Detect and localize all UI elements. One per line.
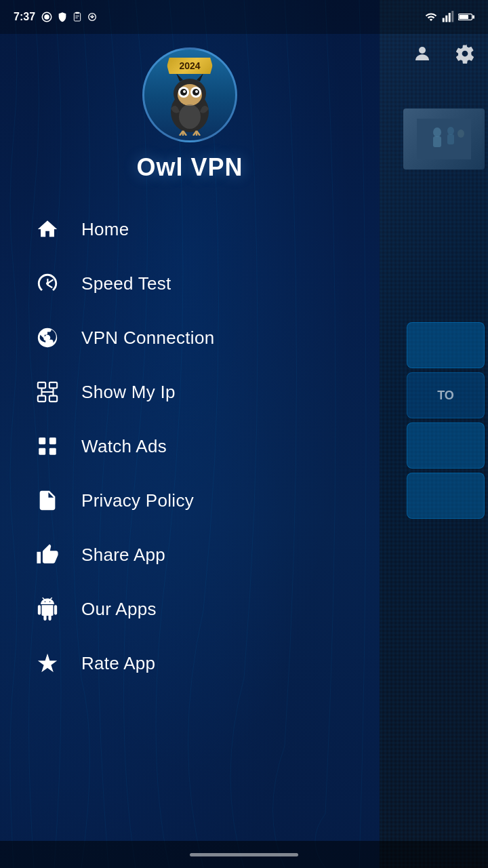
status-right xyxy=(424,11,474,23)
svg-point-33 xyxy=(179,104,201,129)
profile-icon[interactable] xyxy=(406,37,439,70)
svg-rect-52 xyxy=(49,437,56,444)
svg-rect-20 xyxy=(472,15,474,18)
status-left: 7:37 xyxy=(14,11,102,23)
menu-item-vpn-connection[interactable]: VPN Connection xyxy=(0,311,380,365)
menu-label-privacy-policy: Privacy Policy xyxy=(81,490,194,511)
svg-rect-16 xyxy=(449,13,451,22)
menu-item-speed-test[interactable]: Speed Test xyxy=(0,256,380,311)
svg-rect-9 xyxy=(74,13,80,21)
svg-rect-54 xyxy=(49,448,56,455)
signal-icon xyxy=(442,11,454,23)
svg-rect-43 xyxy=(38,382,45,389)
settings-icon[interactable] xyxy=(449,37,481,70)
svg-rect-3 xyxy=(433,136,441,147)
svg-rect-51 xyxy=(39,437,45,444)
logo-circle: 2024 xyxy=(142,47,237,142)
speedometer-icon xyxy=(34,270,61,297)
app-title: Owl VPN xyxy=(136,153,243,182)
logo-year-banner: 2024 xyxy=(167,58,212,74)
shield-status-icon xyxy=(57,11,68,23)
top-right-icons xyxy=(406,37,481,70)
right-btn-2: TO xyxy=(407,372,485,418)
menu-label-rate-app: Rate App xyxy=(81,653,155,674)
menu-item-our-apps[interactable]: Our Apps xyxy=(0,582,380,636)
svg-point-31 xyxy=(195,90,198,93)
menu-item-home[interactable]: Home xyxy=(0,202,380,256)
preview-image xyxy=(403,108,485,170)
svg-rect-5 xyxy=(447,134,454,144)
svg-marker-23 xyxy=(176,73,183,81)
svg-rect-10 xyxy=(75,12,79,14)
svg-rect-19 xyxy=(459,15,468,19)
status-bar: 7:37 xyxy=(0,0,488,34)
status-notification-icons xyxy=(41,11,102,23)
menu-item-share-app[interactable]: Share App xyxy=(0,528,380,582)
menu-label-speed-test: Speed Test xyxy=(81,273,171,294)
svg-rect-44 xyxy=(49,382,57,389)
star-icon xyxy=(34,650,61,677)
vpn-icon xyxy=(34,324,61,351)
status-time: 7:37 xyxy=(14,11,35,23)
svg-point-4 xyxy=(447,127,454,135)
android-icon xyxy=(34,595,61,623)
menu-label-show-my-ip: Show My Ip xyxy=(81,382,176,403)
svg-point-6 xyxy=(458,130,464,138)
svg-rect-1 xyxy=(417,119,471,159)
menu-item-privacy-policy[interactable]: Privacy Policy xyxy=(0,473,380,528)
right-btn-4 xyxy=(407,473,485,519)
nav-bar xyxy=(0,841,488,868)
menu-list: Home Speed Test VPN Connection xyxy=(0,195,380,697)
preview-image-inner xyxy=(403,108,485,170)
right-panel-buttons: TO xyxy=(407,322,485,519)
svg-point-0 xyxy=(419,47,426,54)
circle-status-icon xyxy=(41,11,53,23)
right-btn-1 xyxy=(407,322,485,368)
svg-rect-46 xyxy=(49,396,57,402)
svg-rect-14 xyxy=(443,18,445,22)
svg-rect-45 xyxy=(38,396,45,402)
owl-logo xyxy=(156,68,224,136)
svg-point-2 xyxy=(433,127,441,137)
menu-label-watch-ads: Watch Ads xyxy=(81,436,167,457)
menu-label-home: Home xyxy=(81,219,129,240)
menu-item-watch-ads[interactable]: Watch Ads xyxy=(0,419,380,473)
svg-rect-53 xyxy=(39,448,45,455)
network-icon xyxy=(34,378,61,406)
menu-item-rate-app[interactable]: Rate App xyxy=(0,636,380,690)
nav-pill xyxy=(190,853,298,856)
battery-icon xyxy=(458,12,474,22)
svg-marker-24 xyxy=(197,73,203,81)
right-btn-3 xyxy=(407,422,485,469)
svg-point-30 xyxy=(183,90,186,93)
thumbsup-icon xyxy=(34,541,61,568)
grid-icon xyxy=(34,433,61,460)
menu-label-vpn-connection: VPN Connection xyxy=(81,328,214,349)
menu-label-share-app: Share App xyxy=(81,545,165,566)
wifi-icon xyxy=(424,11,438,23)
svg-point-8 xyxy=(44,14,49,20)
home-icon xyxy=(34,216,61,243)
download-status-icon xyxy=(87,11,98,23)
svg-rect-15 xyxy=(445,16,447,22)
svg-rect-17 xyxy=(451,11,453,22)
document-icon xyxy=(34,487,61,514)
menu-label-our-apps: Our Apps xyxy=(81,599,157,620)
menu-item-show-my-ip[interactable]: Show My Ip xyxy=(0,365,380,419)
clipboard-status-icon xyxy=(72,11,83,23)
drawer: .wave { fill: none; stroke: rgba(0,180,2… xyxy=(0,0,380,868)
